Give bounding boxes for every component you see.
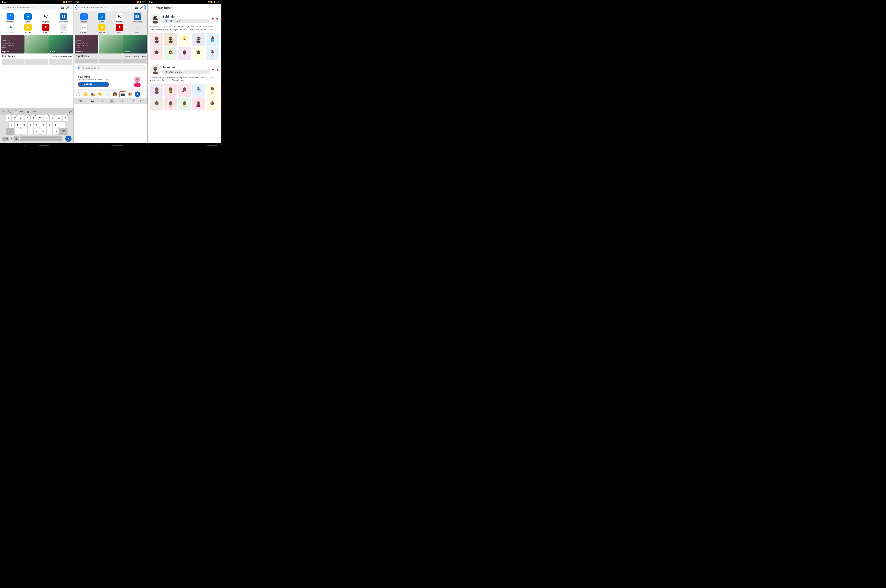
- search-key[interactable]: 🔍: [8, 109, 12, 114]
- sticker-add-button[interactable]: +: [135, 92, 140, 97]
- sticker-tab-camera[interactable]: 📷: [119, 91, 126, 98]
- key-o[interactable]: 9o: [56, 115, 62, 121]
- ql2-wikipedia[interactable]: W Wikipedia: [111, 13, 128, 23]
- sticker-tab-duck[interactable]: 🐤: [97, 92, 103, 97]
- more-news-link-2[interactable]: More...: [76, 46, 97, 48]
- sweet-sticker-8[interactable]: 💪: [178, 98, 191, 111]
- key-p[interactable]: 0p: [63, 115, 68, 121]
- key-j[interactable]: j: [47, 122, 52, 128]
- story-strip-2b[interactable]: [99, 59, 122, 63]
- mic-icon-1[interactable]: 🎤: [66, 6, 69, 9]
- trash-icon-sweet[interactable]: 🗑: [215, 68, 219, 72]
- key-a[interactable]: a: [9, 122, 14, 128]
- camera-icon-1[interactable]: 📷: [61, 6, 65, 9]
- story-strip-2a[interactable]: [75, 59, 98, 63]
- sticker-tab-glasses[interactable]: 👓: [104, 92, 111, 97]
- ql2-facebook[interactable]: f Facebook: [75, 13, 92, 23]
- key-e[interactable]: 3e: [18, 115, 24, 121]
- cricket-tile[interactable]: Cricket: [49, 35, 73, 54]
- sweet-sticker-7[interactable]: 🙏: [164, 98, 177, 111]
- heart-icon-sweet[interactable]: ♥: [212, 68, 214, 72]
- input-preview[interactable]: [20, 136, 62, 141]
- key-w[interactable]: 2w: [12, 115, 18, 121]
- story-strip-1[interactable]: [2, 59, 24, 65]
- key-b[interactable]: b: [40, 128, 46, 135]
- p3-back-icon[interactable]: ‹: [152, 144, 153, 147]
- nav-pill-3[interactable]: [207, 145, 217, 146]
- bold-customise-btn[interactable]: 👤 CUSTOMISE: [162, 19, 210, 23]
- skb-camera[interactable]: 📷: [89, 99, 95, 103]
- gif-key[interactable]: GIF: [20, 109, 24, 114]
- skb-gif[interactable]: GIF: [119, 99, 126, 103]
- chevron-down-icon-1[interactable]: ∨: [25, 144, 26, 146]
- ql2-more[interactable]: → More: [129, 24, 146, 33]
- sticker-search-bar[interactable]: G: [75, 65, 146, 71]
- bold-sticker-6[interactable]: ♥ ♥ ♥: [150, 46, 163, 60]
- ql2-india[interactable]: India Times: [129, 13, 146, 23]
- key-x[interactable]: x: [21, 128, 27, 135]
- minis-scroll[interactable]: Bold mini 👤 CUSTOMISE ♥ 🗑 Whether the da…: [148, 12, 221, 143]
- sweet-customise-btn[interactable]: 👤 CUSTOMISE: [162, 70, 210, 74]
- key-m[interactable]: m: [53, 128, 59, 135]
- key-slash[interactable]: /: [10, 137, 13, 140]
- key-s[interactable]: s: [15, 122, 21, 128]
- key-123[interactable]: ?123: [2, 137, 9, 141]
- kangana-link[interactable]: Kangana Ranaut »: [2, 42, 23, 44]
- more-tools-key[interactable]: •••: [32, 109, 36, 114]
- bold-sticker-10[interactable]: 🎂: [206, 46, 219, 60]
- key-k[interactable]: k: [53, 122, 59, 128]
- middle-tile[interactable]: [25, 35, 49, 54]
- story-strip-2c[interactable]: [123, 59, 146, 63]
- address-bar-2[interactable]: 📷 🎤: [75, 5, 146, 10]
- key-h[interactable]: h: [40, 122, 46, 128]
- back-key[interactable]: ‹: [1, 109, 6, 114]
- sticker-tab-face[interactable]: 😊: [82, 92, 89, 97]
- key-y[interactable]: 6y: [37, 115, 43, 121]
- quick-link-wikipedia[interactable]: W Wikipedia: [37, 13, 54, 23]
- quick-link-outlook[interactable]: O Outlook: [20, 13, 36, 23]
- key-shift[interactable]: ⇧: [6, 128, 14, 135]
- sticker-tab-lady[interactable]: 👩: [112, 92, 118, 97]
- ql2-flipkart[interactable]: F Flipkart: [93, 24, 110, 33]
- quotes-link-2[interactable]: Quotes »: [76, 40, 97, 42]
- mic-icon-2[interactable]: 🎤: [140, 6, 143, 9]
- sweet-sticker-3[interactable]: ♥: [178, 84, 191, 97]
- explore-tile-2[interactable]: Quotes » Kangana Ranaut » Roger Federer …: [75, 35, 98, 54]
- sweet-sticker-4[interactable]: [192, 84, 205, 97]
- key-r[interactable]: 4r: [24, 115, 30, 121]
- sweet-sticker-9[interactable]: [192, 98, 205, 111]
- key-g[interactable]: g: [34, 122, 40, 128]
- trash-icon-bold[interactable]: 🗑: [215, 17, 219, 21]
- translate-key[interactable]: ⊞: [26, 109, 30, 114]
- key-i[interactable]: 8i: [50, 115, 56, 121]
- sweet-sticker-1[interactable]: [150, 84, 163, 97]
- federer-link[interactable]: Roger Federer »: [2, 44, 23, 46]
- key-q[interactable]: 1q: [6, 115, 11, 121]
- bold-sticker-3[interactable]: [178, 33, 191, 46]
- ql2-rediff[interactable]: R Rediff: [111, 24, 128, 33]
- kangana-link-2[interactable]: Kangana Ranaut »: [76, 42, 97, 44]
- bold-sticker-1[interactable]: [150, 33, 163, 46]
- key-t[interactable]: 5t: [31, 115, 36, 121]
- nav-pill-1[interactable]: [39, 145, 49, 146]
- chevron-down-icon-2[interactable]: ∨: [99, 144, 100, 146]
- quick-link-facebook[interactable]: f Facebook: [2, 13, 19, 23]
- middle-tile-2[interactable]: [99, 35, 122, 54]
- bold-sticker-4[interactable]: ♪ ♫: [192, 33, 205, 46]
- key-dot[interactable]: .: [64, 137, 65, 140]
- sticker-tab-art[interactable]: 🎨: [127, 92, 134, 97]
- quick-link-flipkart[interactable]: F Flipkart: [20, 24, 36, 33]
- sweet-sticker-6[interactable]: [150, 98, 163, 111]
- ql2-cb[interactable]: cb Cricbuzz: [75, 24, 92, 33]
- bold-sticker-2[interactable]: [164, 33, 177, 46]
- camera-icon-2[interactable]: 📷: [135, 6, 138, 9]
- key-backspace[interactable]: ⌫: [59, 128, 68, 135]
- heart-icon-bold[interactable]: ♥: [212, 17, 214, 21]
- nav-pill-2[interactable]: [112, 145, 123, 146]
- cricket-tile-2[interactable]: Cricket: [123, 35, 147, 54]
- skb-sticker[interactable]: 🗂: [110, 99, 114, 103]
- url-input-2[interactable]: [78, 6, 133, 9]
- address-bar-1[interactable]: 📷 🎤: [2, 5, 72, 10]
- bold-sticker-9[interactable]: 🎊 ✦: [192, 46, 205, 60]
- skb-delete[interactable]: ⌫: [140, 99, 144, 103]
